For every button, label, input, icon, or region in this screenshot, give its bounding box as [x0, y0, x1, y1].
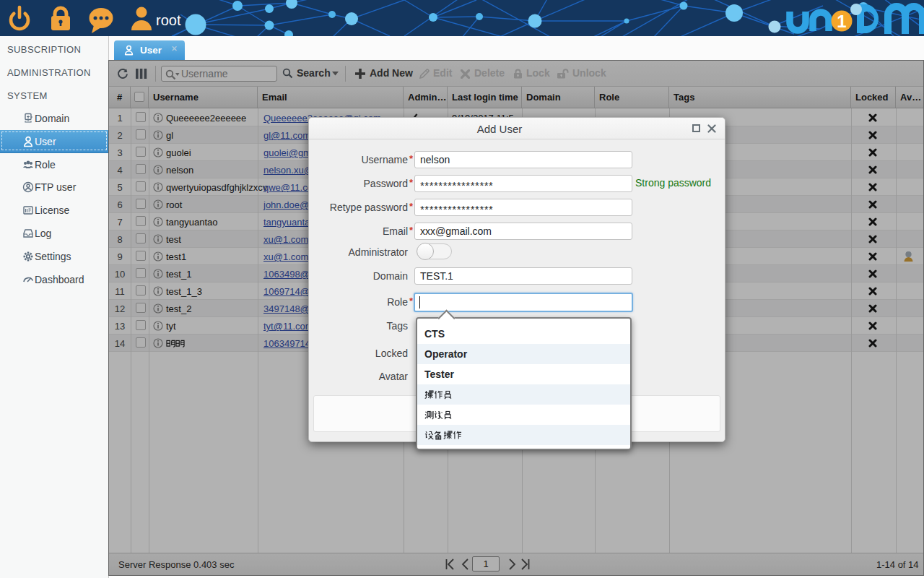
svg-text:1: 1 [837, 12, 846, 31]
svg-text:root: root [156, 12, 181, 28]
